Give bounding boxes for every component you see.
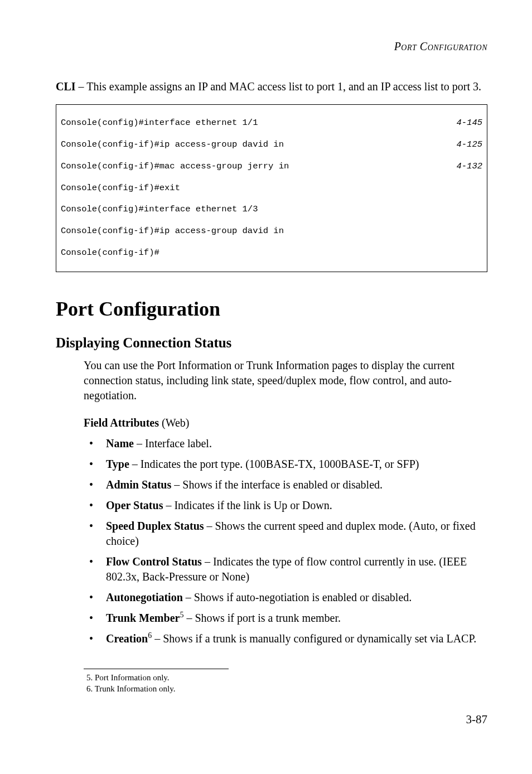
list-item: Name – Interface label.: [84, 436, 487, 451]
subsection-heading: Displaying Connection Status: [56, 333, 487, 352]
bullet-term: Oper Status: [106, 499, 163, 511]
bullet-term: Autonegotiation: [106, 591, 183, 603]
bullet-term: Creation: [106, 632, 148, 645]
intro-paragraph: You can use the Port Information or Trun…: [84, 358, 487, 403]
list-item: Creation6 – Shows if a trunk is manually…: [84, 631, 487, 646]
running-header: Port Configuration: [56, 39, 487, 54]
field-attributes-label: Field Attributes: [84, 417, 159, 429]
bullet-desc: – Shows if the interface is enabled or d…: [171, 478, 383, 491]
bullet-desc: – Interface label.: [134, 437, 212, 449]
field-attributes-suffix: (Web): [159, 417, 189, 429]
field-attributes-heading: Field Attributes (Web): [84, 415, 487, 430]
lead-text: – This example assigns an IP and MAC acc…: [76, 80, 481, 93]
footnote: 5. Port Information only.: [86, 673, 487, 684]
footnote: 6. Trunk Information only.: [86, 684, 487, 695]
bullet-desc: – Shows if auto-negotiation is enabled o…: [183, 591, 412, 603]
lead-prefix: CLI: [56, 80, 76, 93]
list-item: Flow Control Status – Indicates the type…: [84, 554, 487, 584]
code-ref: 4-125: [456, 139, 482, 150]
code-line: Console(config-if)#: [61, 248, 159, 258]
list-item: Speed Duplex Status – Shows the current …: [84, 519, 487, 549]
list-item: Oper Status – Indicates if the link is U…: [84, 498, 487, 513]
bullet-term: Speed Duplex Status: [106, 520, 204, 532]
list-item: Type – Indicates the port type. (100BASE…: [84, 457, 487, 472]
bullet-list: Name – Interface label. Type – Indicates…: [84, 436, 487, 646]
bullet-term: Trunk Member: [106, 612, 180, 624]
list-item: Admin Status – Shows if the interface is…: [84, 477, 487, 492]
section-heading: Port Configuration: [56, 296, 487, 323]
list-item: Trunk Member5 – Shows if port is a trunk…: [84, 611, 487, 626]
bullet-desc: – Shows if port is a trunk member.: [183, 612, 341, 624]
lead-paragraph: CLI – This example assigns an IP and MAC…: [56, 79, 487, 94]
code-line: Console(config-if)#mac access-group jerr…: [61, 161, 289, 172]
page-number: 3-87: [56, 712, 487, 727]
bullet-term: Type: [106, 458, 129, 470]
bullet-term: Name: [106, 437, 134, 449]
code-block: Console(config)#interface ethernet 1/14-…: [56, 104, 487, 272]
footnotes: 5. Port Information only. 6. Trunk Infor…: [86, 673, 487, 695]
bullet-term: Flow Control Status: [106, 555, 202, 568]
bullet-desc: – Shows if a trunk is manually configure…: [152, 632, 476, 645]
bullet-term: Admin Status: [106, 478, 171, 491]
bullet-desc: – Indicates the port type. (100BASE-TX, …: [129, 458, 419, 470]
code-line: Console(config-if)#ip access-group david…: [61, 226, 284, 236]
code-ref: 4-132: [456, 161, 482, 172]
bullet-desc: – Indicates if the link is Up or Down.: [163, 499, 332, 511]
code-line: Console(config-if)#exit: [61, 183, 180, 194]
code-line: Console(config)#interface ethernet 1/1: [61, 118, 258, 128]
list-item: Autonegotiation – Shows if auto-negotiat…: [84, 590, 487, 605]
code-line: Console(config-if)#ip access-group david…: [61, 139, 284, 150]
code-ref: 4-145: [456, 118, 482, 128]
footnote-rule: [84, 669, 229, 669]
code-line: Console(config)#interface ethernet 1/3: [61, 204, 258, 215]
